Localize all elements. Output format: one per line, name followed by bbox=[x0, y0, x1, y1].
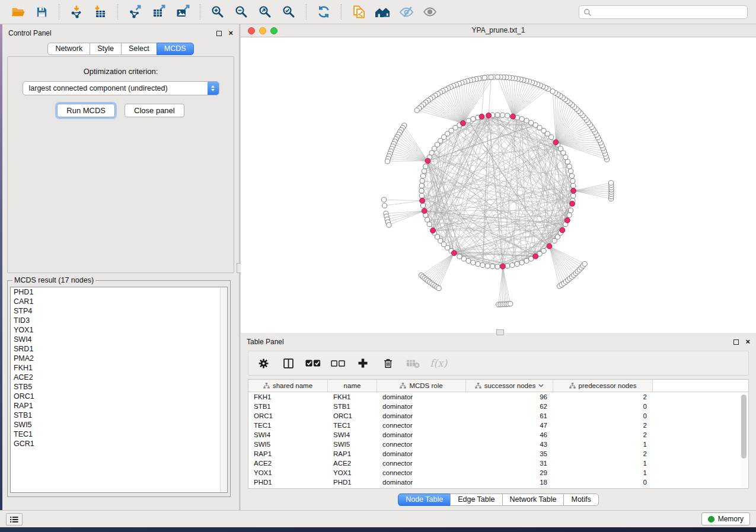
column-header-name[interactable]: name bbox=[328, 380, 377, 392]
table-row[interactable]: SWI5SWI5connector431 bbox=[248, 440, 748, 449]
tab-style[interactable]: Style bbox=[90, 43, 122, 55]
import-network-button[interactable] bbox=[65, 2, 88, 21]
zoom-fit-button[interactable] bbox=[253, 2, 277, 21]
tab-node-table[interactable]: Node Table bbox=[398, 493, 451, 506]
mcds-result-item[interactable]: RAP1 bbox=[11, 401, 227, 411]
network-window-titlebar[interactable]: YPA_prune.txt_1 bbox=[241, 24, 756, 37]
close-window-icon[interactable] bbox=[248, 27, 255, 34]
import-table-icon bbox=[93, 5, 107, 19]
horizontal-splitter-handle[interactable] bbox=[496, 329, 504, 335]
mcds-result-item[interactable]: STB5 bbox=[11, 382, 227, 392]
export-image-button[interactable] bbox=[171, 2, 194, 21]
table-row[interactable]: ACE2ACE2connector311 bbox=[248, 459, 748, 468]
save-icon bbox=[35, 5, 49, 19]
float-panel-icon[interactable] bbox=[733, 339, 739, 345]
table-scrollbar[interactable] bbox=[741, 393, 747, 488]
mcds-result-item[interactable]: PHD1 bbox=[11, 287, 227, 297]
tab-network[interactable]: Network bbox=[47, 43, 90, 55]
open-folder-icon bbox=[11, 5, 25, 20]
close-panel-icon[interactable]: × bbox=[745, 339, 750, 345]
create-column-button[interactable] bbox=[355, 355, 371, 371]
table-row[interactable]: RAP1RAP1dominator352 bbox=[248, 449, 748, 459]
delete-column-button[interactable] bbox=[380, 355, 395, 371]
mcds-result-group: MCDS result (17 nodes) PHD1CAR1STP4TID3Y… bbox=[7, 276, 231, 497]
apply-layout-button[interactable] bbox=[312, 2, 336, 21]
mcds-result-item[interactable]: TID3 bbox=[11, 316, 227, 325]
column-header-successor-nodes[interactable]: successor nodes bbox=[466, 380, 553, 392]
table-row[interactable]: TEC1TEC1connector472 bbox=[248, 421, 748, 430]
eye-icon bbox=[423, 5, 437, 19]
export-network-button[interactable] bbox=[123, 2, 147, 21]
mcds-result-item[interactable]: SRD1 bbox=[11, 344, 227, 354]
clone-network-button[interactable] bbox=[347, 2, 371, 21]
network-canvas[interactable] bbox=[241, 37, 756, 333]
control-panel: Control Panel × NetworkStyleSelectMCDS O… bbox=[2, 24, 239, 510]
list-scrollbar[interactable] bbox=[220, 288, 227, 492]
export-table-button[interactable] bbox=[147, 2, 171, 21]
table-row[interactable]: FKH1FKH1dominator962 bbox=[248, 392, 748, 402]
mcds-result-item[interactable]: PMA2 bbox=[11, 354, 227, 363]
column-header-predecessor-nodes[interactable]: predecessor nodes bbox=[553, 380, 653, 392]
close-panel-button[interactable]: Close panel bbox=[125, 104, 184, 117]
run-mcds-button[interactable]: Run MCDS bbox=[57, 104, 115, 117]
memory-button[interactable]: Memory bbox=[701, 512, 750, 525]
table-row[interactable]: STB1STB1dominator620 bbox=[248, 402, 748, 411]
deselect-all-rows-button[interactable] bbox=[330, 355, 346, 371]
maximize-window-icon[interactable] bbox=[270, 27, 277, 34]
plus-icon bbox=[357, 357, 369, 369]
mcds-result-item[interactable]: FKH1 bbox=[11, 363, 227, 373]
show-columns-button[interactable] bbox=[280, 355, 296, 371]
header-filler bbox=[653, 380, 748, 392]
toolbar-separator bbox=[341, 4, 342, 20]
toolbar-separator bbox=[200, 4, 200, 20]
mcds-result-item[interactable]: ACE2 bbox=[11, 373, 227, 382]
save-session-button[interactable] bbox=[30, 2, 53, 21]
mcds-result-item[interactable]: STB1 bbox=[11, 411, 227, 420]
mcds-result-item[interactable]: ORC1 bbox=[11, 392, 227, 401]
mcds-result-item[interactable]: STP4 bbox=[11, 306, 227, 316]
mcds-result-item[interactable]: SWI5 bbox=[11, 420, 227, 430]
zoom-in-button[interactable] bbox=[206, 2, 229, 21]
table-scrollbar-thumb[interactable] bbox=[741, 395, 747, 459]
network-graph[interactable] bbox=[241, 37, 756, 333]
criterion-select[interactable]: largest connected component (undirected) bbox=[23, 81, 219, 95]
mcds-result-item[interactable]: YOX1 bbox=[11, 325, 227, 335]
table-settings-button[interactable] bbox=[256, 355, 271, 371]
mcds-result-item[interactable]: SWI4 bbox=[11, 335, 227, 344]
column-header-shared-name[interactable]: shared name bbox=[248, 380, 328, 392]
app-window: Control Panel × NetworkStyleSelectMCDS O… bbox=[0, 0, 756, 532]
show-panels-button[interactable] bbox=[6, 513, 23, 525]
zoom-selected-button[interactable] bbox=[277, 2, 301, 21]
first-neighbors-button[interactable] bbox=[371, 2, 394, 21]
minimize-window-icon[interactable] bbox=[259, 27, 266, 34]
tab-network-table[interactable]: Network Table bbox=[502, 493, 564, 506]
main-toolbar bbox=[0, 0, 756, 24]
search-icon bbox=[583, 8, 592, 17]
table-row[interactable]: YOX1YOX1connector291 bbox=[248, 468, 748, 477]
close-panel-icon[interactable]: × bbox=[228, 30, 233, 36]
tab-motifs[interactable]: Motifs bbox=[563, 493, 598, 506]
tab-edge-table[interactable]: Edge Table bbox=[450, 493, 502, 506]
float-panel-icon[interactable] bbox=[216, 31, 222, 36]
search-input[interactable] bbox=[579, 5, 748, 19]
mcds-result-item[interactable]: TEC1 bbox=[11, 430, 227, 439]
show-all-button[interactable] bbox=[418, 2, 442, 21]
mcds-result-list: PHD1CAR1STP4TID3YOX1SWI4SRD1PMA2FKH1ACE2… bbox=[10, 287, 228, 493]
hide-selected-button[interactable] bbox=[394, 2, 418, 21]
table-row[interactable]: ORC1ORC1dominator610 bbox=[248, 411, 748, 421]
table-panel: Table Panel × f(x) shared namenameMCDS r… bbox=[241, 333, 756, 510]
table-row[interactable]: SWI4SWI4dominator462 bbox=[248, 430, 748, 440]
tab-mcds[interactable]: MCDS bbox=[157, 43, 194, 55]
tab-select[interactable]: Select bbox=[121, 43, 157, 55]
checked-boxes-icon bbox=[305, 360, 321, 367]
table-row[interactable]: PHD1PHD1dominator180 bbox=[248, 477, 748, 487]
select-all-rows-button[interactable] bbox=[305, 355, 321, 371]
column-header-MCDS-role[interactable]: MCDS role bbox=[377, 380, 466, 392]
mcds-result-item[interactable]: CAR1 bbox=[11, 297, 227, 306]
table-header-row: shared namenameMCDS rolesuccessor nodesp… bbox=[248, 380, 748, 392]
open-file-button[interactable] bbox=[6, 2, 30, 21]
zoom-out-button[interactable] bbox=[229, 2, 253, 21]
import-table-button[interactable] bbox=[88, 2, 112, 21]
mcds-result-item[interactable]: GCR1 bbox=[11, 439, 227, 448]
mcds-tab-content: Optimization criterion: largest connecte… bbox=[7, 56, 234, 273]
